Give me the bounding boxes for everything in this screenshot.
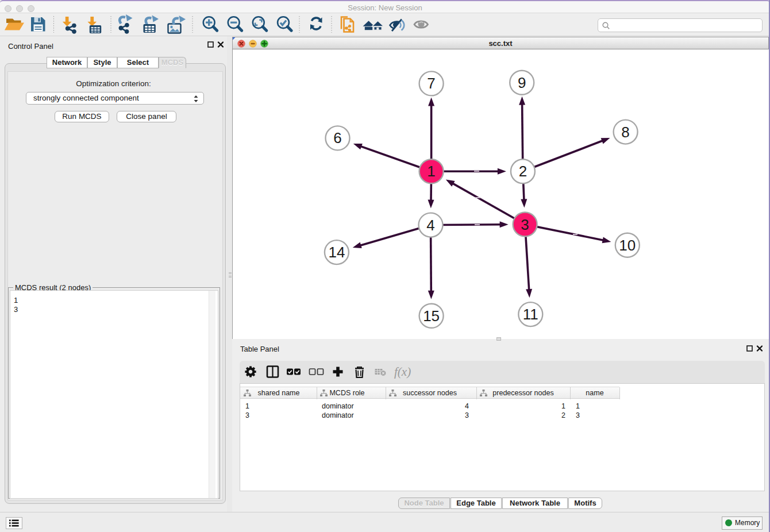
- svg-text:10: 10: [619, 237, 636, 254]
- svg-text:15: 15: [423, 307, 440, 325]
- svg-text:f(x): f(x): [394, 365, 411, 379]
- svg-text:14: 14: [328, 244, 345, 261]
- svg-text:4: 4: [426, 217, 434, 234]
- svg-text:1: 1: [427, 163, 435, 180]
- svg-text:8: 8: [621, 124, 629, 141]
- svg-text:7: 7: [427, 75, 435, 92]
- svg-text:6: 6: [333, 129, 341, 147]
- svg-text:9: 9: [518, 74, 526, 91]
- svg-text:3: 3: [521, 216, 529, 233]
- svg-text:2: 2: [519, 163, 527, 180]
- svg-text:11: 11: [523, 306, 538, 323]
